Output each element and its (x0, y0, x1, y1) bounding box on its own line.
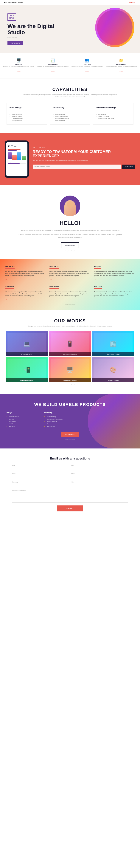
who-item-our-team: Our Team Duis aute irure dolor in repreh… (94, 285, 135, 301)
who-item-desc: Duis aute irure dolor in reprehenderit i… (49, 291, 91, 297)
our-team-title: OUR TEAM (71, 63, 103, 65)
list-item: – Verbal identity (96, 113, 131, 116)
transform-content: WHAT WE DO READY TO TRANSFORM YOUR CUSTO… (33, 147, 135, 172)
who-item-desc: Duis aute irure dolor in reprehenderit i… (5, 291, 46, 297)
studio-link[interactable]: STUDIO (129, 1, 136, 3)
who-arrow-icon[interactable]: → (94, 278, 97, 281)
who-arrow-icon[interactable]: → (5, 298, 7, 301)
list-item: – Visual positioning (53, 113, 88, 116)
cap-brand-strategy-list: – Brand equity audit – Audience analysis… (9, 113, 44, 122)
work-item-mobile-application-2: 📲 Mobile Application (6, 357, 48, 382)
list-item: › Product Mockup (6, 415, 40, 418)
contact-title: Email us with any questions (11, 457, 129, 460)
hello-desc1: With offices in London, Berlin and Amste… (18, 229, 122, 231)
works-subtitle: Duis ipsum lorem amet elit. Vestibulum a… (23, 325, 117, 327)
works-section: OUR WORKS Duis ipsum lorem amet elit. Ve… (0, 310, 140, 394)
email-label: Email (12, 473, 69, 474)
phone-label: Phone (71, 473, 128, 474)
who-arrow-icon[interactable]: → (5, 278, 7, 281)
list-item: › Search Engine Optimization (44, 418, 78, 420)
who-credit: Image from Freepik (5, 304, 135, 305)
hero-read-more-button[interactable]: READ MORE (7, 41, 23, 45)
transform-section: Dashboard 12.7 km Activity Today WHAT WE… (0, 133, 140, 185)
work-item-label: Mobile Application (49, 352, 91, 356)
email-input[interactable] (12, 475, 69, 479)
work-item-label: Corporate Design (92, 352, 134, 356)
who-item-desc: Duis aute irure dolor in reprehenderit i… (49, 271, 91, 277)
build-marketing-title: Marketing (44, 412, 78, 413)
who-item-title: What we Do (49, 266, 59, 269)
transform-phone-mockup: Dashboard 12.7 km Activity Today (5, 141, 29, 178)
company-label: Company (12, 482, 69, 483)
who-item-desc: Duis aute irure dolor in reprehenderit i… (5, 271, 46, 277)
first-name-input[interactable] (12, 467, 69, 471)
city-group: City (71, 482, 128, 487)
comments-textarea[interactable] (12, 491, 128, 503)
last-name-input[interactable] (71, 467, 128, 471)
hero-title: We are the Digital Studio (7, 23, 56, 35)
who-arrow-icon[interactable]: → (49, 278, 52, 281)
work-item-website-design: 💻 Website Design (6, 331, 48, 356)
who-arrow-icon[interactable]: → (49, 298, 52, 301)
our-team-link[interactable]: MORE (85, 71, 89, 72)
transform-credit: Image from Freepik (33, 170, 135, 172)
transform-email-input[interactable] (33, 164, 121, 169)
list-item: – Visual identity system (53, 116, 88, 118)
our-projects-icon: 📁 (105, 58, 137, 63)
city-input[interactable] (71, 483, 128, 487)
contact-section: Email us with any questions First Last E… (0, 448, 140, 521)
city-label: City (71, 482, 128, 483)
transform-start-now-button[interactable]: START NOW (122, 164, 135, 169)
who-arrow-icon[interactable]: → (94, 298, 97, 301)
management-title: MANAGEMENT (37, 63, 69, 65)
who-item-our-mission: Our Mission Duis aute irure dolor in rep… (5, 285, 46, 301)
management-icon: 📊 (37, 58, 69, 63)
service-about-us: 🖥️ ABOUT US Exception sint occaecat cupi… (2, 57, 36, 74)
hello-avatar (60, 195, 80, 216)
who-item-innovations: Innovations Duis aute irure dolor in rep… (49, 285, 91, 301)
company-input[interactable] (12, 483, 69, 487)
who-item-title: Our Mission (5, 286, 14, 289)
build-design-title: Design (6, 412, 40, 413)
transform-desc: Duis aute irure dolor in reprehenderit i… (33, 160, 135, 162)
management-link[interactable]: MORE (51, 71, 55, 72)
cap-brand-identity: Brand identity – Visual positioning – Vi… (50, 103, 90, 125)
submit-button[interactable]: SUBMIT (57, 505, 83, 512)
capabilities-grid: Brand strategy – Brand equity audit – Au… (6, 103, 134, 125)
list-item: › Keyword (44, 423, 78, 425)
who-item-title: Who We Are (5, 266, 14, 269)
list-item: › SEO Marketing (44, 415, 78, 418)
who-section: Who We Are Duis aute irure dolor in repr… (0, 259, 140, 310)
list-item: – Tagline exploration (96, 116, 131, 118)
our-team-desc: Exception sint occaecat cupidatat non pr… (71, 66, 103, 69)
last-name-label: Last (71, 465, 128, 466)
work-item-mobile-application-1: 📱 Mobile Application (49, 331, 91, 356)
capabilities-section: CAPABILITIES The result of our company b… (0, 79, 140, 133)
hello-section: HELLO! With offices in London, Berlin an… (0, 185, 140, 259)
contact-form: First Last Email Phone Company (12, 465, 128, 512)
about-us-icon: 🖥️ (3, 58, 35, 63)
build-credit: Image from Freepik (6, 439, 134, 440)
email-group: Email (12, 473, 69, 479)
list-item: › Branding (6, 418, 40, 420)
about-us-link[interactable]: MORE (17, 71, 21, 72)
hero-section: ART & DESIGN STUDIO We are the Digital S… (0, 5, 140, 53)
who-item-title: Innovations (49, 286, 59, 289)
build-title: WE BUILD USABLE PRODUCTS (6, 402, 134, 407)
header: ART & DESIGN STUDIO STUDIO (0, 0, 140, 5)
who-item-what-we-do: What we Do Duis aute irure dolor in repr… (49, 265, 91, 281)
list-item: › Websites (6, 425, 40, 428)
work-item-label: Responsive Design (49, 378, 91, 382)
work-item-label: Digital Product (92, 378, 134, 382)
phone-input[interactable] (71, 475, 128, 479)
our-projects-link[interactable]: MORE (119, 71, 123, 72)
hello-read-more-button[interactable]: READ MORE (61, 242, 79, 248)
build-design-list: › Product Mockup › Branding › Illustrati… (6, 415, 40, 428)
works-title: OUR WORKS (6, 318, 134, 323)
work-item-responsive-design: 🖥️ Responsive Design (49, 357, 91, 382)
build-grid: Design › Product Mockup › Branding › Ill… (6, 412, 77, 428)
build-read-more-button[interactable]: READ MORE (61, 432, 79, 437)
works-grid: 💻 Website Design 📱 Mobile Application 🏢 … (6, 331, 134, 382)
logo: ART & DESIGN STUDIO (4, 1, 23, 3)
service-our-team: 👥 OUR TEAM Exception sint occaecat cupid… (70, 57, 104, 74)
